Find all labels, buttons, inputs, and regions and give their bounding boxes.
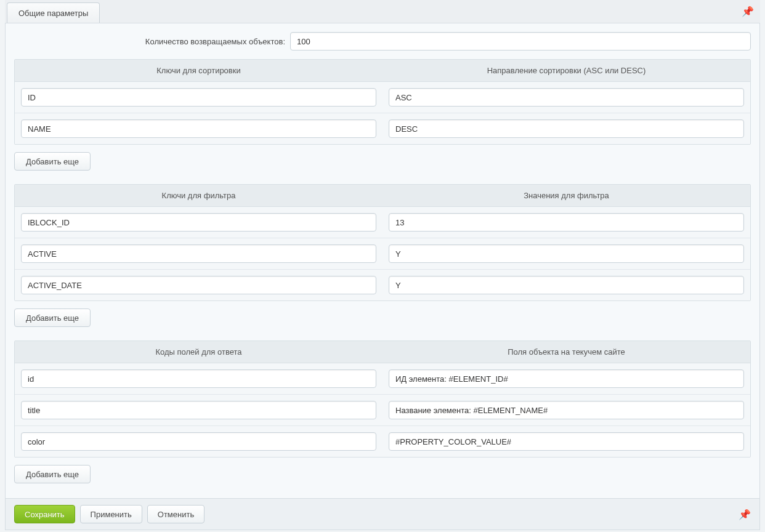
filter-val-input[interactable] <box>389 244 744 263</box>
response-code-input[interactable] <box>21 401 376 419</box>
count-row: Количество возвращаемых объектов: <box>14 32 751 50</box>
sort-table: Ключи для сортировки Направление сортиро… <box>14 59 751 145</box>
table-row <box>15 395 750 426</box>
filter-table: Ключи для фильтра Значения для фильтра <box>14 184 751 301</box>
filter-val-input[interactable] <box>389 213 744 232</box>
save-button[interactable]: Сохранить <box>14 505 75 523</box>
cancel-button[interactable]: Отменить <box>147 505 204 523</box>
footer-bar: Сохранить Применить Отменить 📌 <box>5 499 760 530</box>
filter-key-input[interactable] <box>21 244 376 263</box>
filter-header-val: Значения для фильтра <box>382 185 750 206</box>
add-sort-button[interactable]: Добавить еще <box>14 152 91 171</box>
sort-key-input[interactable] <box>21 119 376 138</box>
tab-bar: Общие параметры 📌 <box>5 0 760 23</box>
filter-header: Ключи для фильтра Значения для фильтра <box>15 185 750 207</box>
response-field-input[interactable] <box>389 369 744 388</box>
table-row <box>15 238 750 270</box>
settings-panel: Количество возвращаемых объектов: Ключи … <box>5 23 760 499</box>
response-code-input[interactable] <box>21 432 376 451</box>
table-row <box>15 113 750 144</box>
filter-key-input[interactable] <box>21 276 376 294</box>
response-header-code: Коды полей для ответа <box>15 341 382 363</box>
count-label: Количество возвращаемых объектов: <box>14 37 285 46</box>
sort-header: Ключи для сортировки Направление сортиро… <box>15 60 750 82</box>
sort-key-input[interactable] <box>21 88 376 107</box>
add-filter-button[interactable]: Добавить еще <box>14 308 91 327</box>
response-code-input[interactable] <box>21 369 376 388</box>
table-row <box>15 426 750 457</box>
sort-header-key: Ключи для сортировки <box>15 60 382 81</box>
page-root: Общие параметры 📌 Количество возвращаемы… <box>0 0 765 532</box>
response-field-input[interactable] <box>389 401 744 419</box>
filter-val-input[interactable] <box>389 276 744 294</box>
add-response-button[interactable]: Добавить еще <box>14 465 91 483</box>
response-field-input[interactable] <box>389 432 744 451</box>
response-header: Коды полей для ответа Поля объекта на те… <box>15 341 750 363</box>
sort-dir-input[interactable] <box>389 119 744 138</box>
apply-button[interactable]: Применить <box>80 505 142 523</box>
response-table: Коды полей для ответа Поля объекта на те… <box>14 341 751 457</box>
filter-key-input[interactable] <box>21 213 376 232</box>
pin-icon[interactable]: 📌 <box>742 6 754 17</box>
table-row <box>15 82 750 113</box>
count-input[interactable] <box>290 32 751 50</box>
sort-dir-input[interactable] <box>389 88 744 107</box>
table-row <box>15 270 750 300</box>
sort-header-dir: Направление сортировки (ASC или DESC) <box>382 60 750 81</box>
filter-header-key: Ключи для фильтра <box>15 185 382 206</box>
tab-general[interactable]: Общие параметры <box>7 2 100 23</box>
table-row <box>15 207 750 238</box>
pin-icon[interactable]: 📌 <box>739 509 751 520</box>
table-row <box>15 363 750 395</box>
response-header-field: Поля объекта на текучем сайте <box>382 341 750 363</box>
